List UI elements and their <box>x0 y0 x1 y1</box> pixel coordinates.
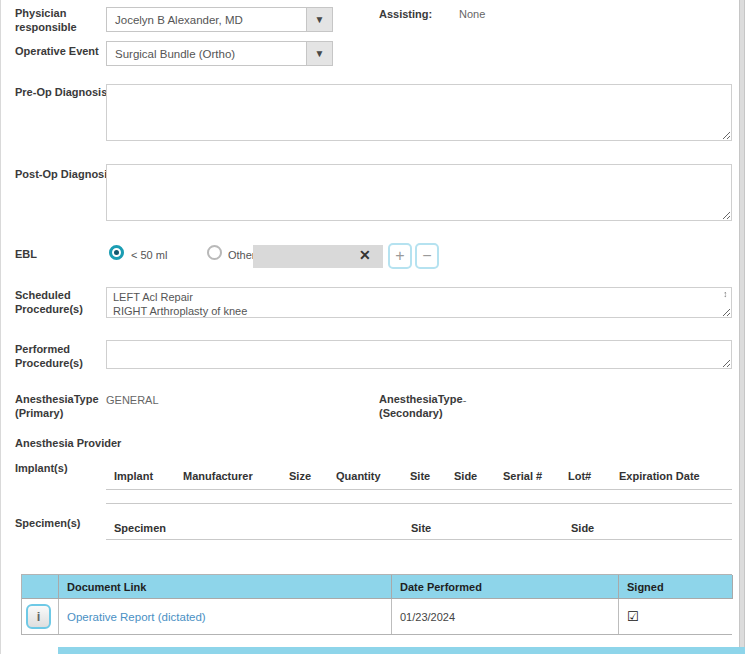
implants-col-side: Side <box>454 470 477 482</box>
documents-table: Document Link Date Performed Signed i Op… <box>21 574 732 635</box>
chevron-down-icon: ▼ <box>315 14 325 25</box>
physician-responsible-label: Physician responsible <box>15 6 85 34</box>
info-icon: i <box>37 609 41 624</box>
implants-col-size: Size <box>289 470 311 482</box>
specimens-col-side: Side <box>571 522 594 534</box>
chevron-down-icon: ▼ <box>315 48 325 59</box>
anesthesia-provider-label: Anesthesia Provider <box>15 436 175 450</box>
assisting-value: None <box>459 7 485 21</box>
specimens-label: Specimen(s) <box>15 516 80 530</box>
physician-dropdown-value[interactable]: Jocelyn B Alexander, MD <box>106 7 307 32</box>
document-signed-cell: ☑ <box>619 599 733 634</box>
ebl-other-label: Other <box>228 248 256 262</box>
specimens-col-specimen: Specimen <box>114 522 166 534</box>
signed-checkbox-icon[interactable]: ☑ <box>627 609 639 624</box>
bottom-cyan-bar <box>58 647 745 654</box>
assisting-label: Assisting: <box>379 7 432 21</box>
specimens-col-site: Site <box>411 522 431 534</box>
implants-col-lot: Lot# <box>568 470 591 482</box>
operative-event-dropdown-value[interactable]: Surgical Bundle (Ortho) <box>106 41 307 66</box>
scrollbar-arrows-icon[interactable]: ↕ <box>723 289 728 299</box>
anesthesia-primary-value: GENERAL <box>106 393 159 407</box>
info-button[interactable]: i <box>26 604 51 629</box>
documents-col-date-performed: Date Performed <box>392 575 619 599</box>
post-op-diagnosis-textarea[interactable] <box>106 164 732 221</box>
ebl-increment-button[interactable]: + <box>388 243 412 269</box>
ebl-decrement-button[interactable]: − <box>415 243 439 269</box>
scheduled-procedures-textarea[interactable]: LEFT Acl Repair RIGHT Arthroplasty of kn… <box>106 287 732 318</box>
document-link-cell: Operative Report (dictated) <box>59 599 392 634</box>
operative-record-form: Physician responsible Jocelyn B Alexande… <box>0 0 745 654</box>
documents-col-signed: Signed <box>619 575 733 599</box>
ebl-lt50-radio[interactable] <box>109 245 124 260</box>
operative-event-dropdown[interactable]: Surgical Bundle (Ortho) ▼ <box>106 41 333 66</box>
specimens-header-underline <box>106 539 732 540</box>
implants-header-underline <box>106 489 732 490</box>
document-date-cell: 01/23/2024 <box>392 599 619 634</box>
minus-icon: − <box>422 246 431 266</box>
documents-col-document-link: Document Link <box>59 575 392 599</box>
implants-col-serial: Serial # <box>503 470 542 482</box>
implants-col-quantity: Quantity <box>336 470 381 482</box>
vertical-scrollbar[interactable] <box>739 0 745 654</box>
implants-col-manufacturer: Manufacturer <box>183 470 253 482</box>
anesthesia-secondary-value: -- <box>459 393 466 407</box>
plus-icon: + <box>395 246 404 266</box>
ebl-label: EBL <box>15 247 37 261</box>
operative-event-dropdown-button[interactable]: ▼ <box>307 41 333 66</box>
ebl-lt50-label: < 50 ml <box>131 248 167 262</box>
performed-procedures-textarea[interactable] <box>106 340 732 369</box>
implants-label: Implant(s) <box>15 461 68 475</box>
implants-col-site: Site <box>410 470 430 482</box>
operative-event-label: Operative Event <box>15 44 115 58</box>
pre-op-diagnosis-textarea[interactable] <box>106 84 732 141</box>
implants-empty-row-line <box>106 503 732 504</box>
scheduled-procedures-label: Scheduled Procedure(s) <box>15 288 95 316</box>
implants-col-implant: Implant <box>114 470 153 482</box>
date-performed-value: 01/23/2024 <box>400 611 455 623</box>
performed-procedures-label: Performed Procedure(s) <box>15 342 95 370</box>
document-info-cell: i <box>22 599 59 634</box>
document-link[interactable]: Operative Report (dictated) <box>67 611 206 623</box>
physician-dropdown-button[interactable]: ▼ <box>307 7 333 32</box>
ebl-other-radio[interactable] <box>207 245 222 260</box>
clear-x-icon[interactable]: ✕ <box>359 247 371 263</box>
anesthesia-secondary-label: AnesthesiaType (Secondary) <box>379 392 471 420</box>
documents-header-icon-cell <box>22 575 59 599</box>
implants-col-expiration: Expiration Date <box>619 470 700 482</box>
anesthesia-primary-label: AnesthesiaType (Primary) <box>15 392 107 420</box>
physician-dropdown[interactable]: Jocelyn B Alexander, MD ▼ <box>106 7 333 32</box>
